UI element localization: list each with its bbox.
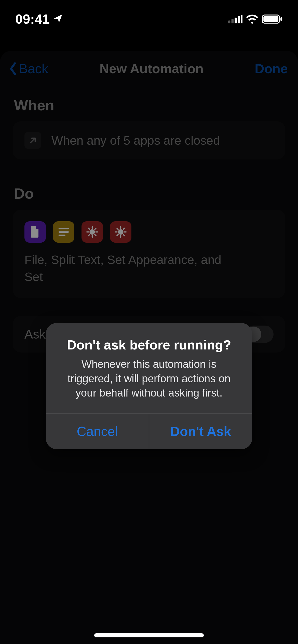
svg-line-26: [117, 228, 118, 229]
chevron-left-icon: [8, 62, 18, 76]
svg-rect-7: [280, 17, 282, 21]
svg-rect-2: [235, 18, 237, 23]
back-label: Back: [19, 61, 48, 76]
wifi-icon: [246, 14, 259, 24]
alert-title: Don't ask before running?: [59, 337, 239, 353]
alert-message: Whenever this automation is triggered, i…: [59, 357, 239, 400]
back-button[interactable]: Back: [8, 61, 48, 76]
svg-line-29: [123, 228, 124, 229]
sun-icon: [110, 221, 131, 243]
when-trigger-text: When any of 5 apps are closed: [51, 134, 220, 148]
nav-bar: Back New Automation Done: [0, 51, 298, 89]
file-icon: [24, 221, 46, 243]
status-time: 09:41: [15, 11, 50, 27]
page-title: New Automation: [100, 61, 204, 76]
open-app-icon: [24, 132, 41, 149]
status-bar-left: 09:41: [15, 11, 63, 27]
svg-line-20: [95, 228, 96, 229]
svg-point-21: [119, 230, 123, 234]
do-summary-text: File, Split Text, Set Appearance, and Se…: [24, 251, 223, 285]
alert-buttons: Cancel Don't Ask: [46, 414, 252, 449]
battery-full-icon: [262, 14, 283, 24]
section-header-do: Do: [0, 177, 298, 210]
svg-point-12: [90, 230, 94, 234]
svg-rect-4: [241, 15, 242, 23]
location-arrow-icon: [53, 13, 63, 25]
svg-rect-6: [263, 16, 278, 22]
svg-line-19: [88, 235, 89, 236]
do-actions-row[interactable]: File, Split Text, Set Appearance, and Se…: [13, 210, 285, 298]
dont-ask-button[interactable]: Don't Ask: [149, 414, 252, 449]
cellular-signal-icon: [228, 14, 242, 24]
svg-rect-1: [232, 19, 234, 23]
done-button[interactable]: Done: [255, 61, 288, 76]
svg-line-8: [31, 138, 35, 143]
sun-icon: [82, 221, 103, 243]
svg-line-18: [95, 235, 96, 236]
cancel-button[interactable]: Cancel: [46, 414, 149, 449]
confirmation-alert: Don't ask before running? Whenever this …: [46, 323, 252, 449]
status-bar: 09:41: [0, 0, 298, 38]
svg-line-17: [88, 228, 89, 229]
ask-before-running-label: Ask: [24, 327, 46, 342]
do-action-icons: [24, 221, 274, 243]
text-lines-icon: [53, 221, 74, 243]
alert-body: Don't ask before running? Whenever this …: [46, 323, 252, 413]
when-trigger-row[interactable]: When any of 5 apps are closed: [13, 121, 285, 159]
section-header-when: When: [0, 89, 298, 121]
svg-rect-0: [228, 21, 230, 23]
svg-line-27: [123, 235, 124, 236]
svg-line-28: [117, 235, 118, 236]
status-bar-right: [228, 14, 283, 24]
home-indicator[interactable]: [94, 633, 204, 637]
svg-rect-3: [238, 16, 240, 23]
